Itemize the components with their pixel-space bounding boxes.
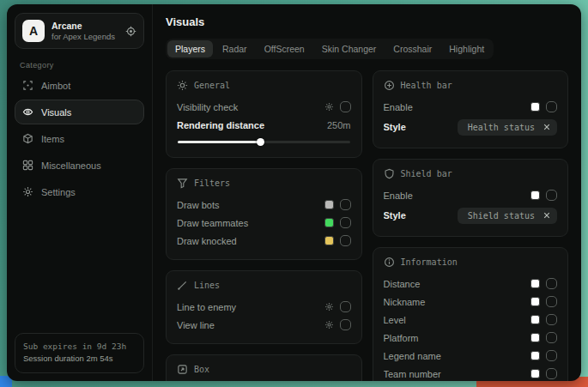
sidebar-item-label: Items bbox=[41, 134, 64, 144]
setting-row: Team number bbox=[384, 365, 558, 381]
color-swatch[interactable] bbox=[530, 315, 540, 324]
slider[interactable] bbox=[178, 136, 350, 147]
options-gear-icon[interactable] bbox=[324, 102, 334, 112]
setting-label: Rendering distance bbox=[177, 120, 321, 130]
color-swatch[interactable] bbox=[530, 333, 540, 342]
checkbox[interactable] bbox=[546, 296, 557, 307]
tab-highlight[interactable]: Highlight bbox=[441, 40, 492, 57]
sidebar-item-aimbot[interactable]: Aimbot bbox=[15, 73, 144, 98]
setting-row: Rendering distance250m bbox=[177, 116, 351, 134]
sun-icon bbox=[177, 80, 188, 91]
setting-label: Team number bbox=[384, 369, 525, 379]
checkbox[interactable] bbox=[340, 301, 351, 312]
options-gear-icon[interactable] bbox=[324, 320, 334, 330]
setting-row: Draw knocked bbox=[177, 232, 351, 250]
setting-row: Style Shield status bbox=[384, 204, 558, 227]
slider-thumb[interactable] bbox=[257, 138, 264, 146]
sidebar-item-visuals[interactable]: Visuals bbox=[15, 100, 144, 124]
cube-icon bbox=[22, 133, 33, 144]
page-title: Visuals bbox=[166, 15, 568, 28]
setting-row: Platform bbox=[384, 329, 558, 347]
setting-row: Legend name bbox=[384, 347, 558, 365]
color-swatch[interactable] bbox=[530, 297, 540, 306]
checkbox[interactable] bbox=[546, 350, 557, 361]
tab-radar[interactable]: Radar bbox=[215, 40, 255, 57]
color-swatch[interactable] bbox=[324, 200, 334, 209]
checkbox[interactable] bbox=[340, 217, 351, 228]
tab-bar: PlayersRadarOffScreenSkin ChangerCrossha… bbox=[166, 39, 494, 59]
tab-players[interactable]: Players bbox=[167, 40, 213, 57]
setting-label: Legend name bbox=[384, 351, 525, 361]
panel-box: Box EnableEnable background bbox=[166, 354, 362, 381]
checkbox[interactable] bbox=[546, 101, 557, 112]
setting-label: Draw knocked bbox=[177, 236, 318, 246]
checkbox[interactable] bbox=[546, 368, 557, 379]
options-gear-icon[interactable] bbox=[324, 302, 334, 311]
setting-row: Enable bbox=[384, 186, 558, 204]
color-swatch[interactable] bbox=[324, 218, 334, 227]
shield-icon bbox=[384, 168, 395, 179]
setting-row: Level bbox=[384, 311, 558, 329]
setting-label: Platform bbox=[384, 333, 525, 343]
checkbox[interactable] bbox=[546, 278, 557, 289]
checkbox[interactable] bbox=[340, 319, 351, 330]
category-label: Category bbox=[20, 61, 144, 70]
panel-header: Information bbox=[384, 257, 558, 268]
panel-general: General Visibility checkRendering distan… bbox=[166, 70, 362, 158]
tab-skin-changer[interactable]: Skin Changer bbox=[314, 40, 385, 57]
setting-label: Draw teammates bbox=[177, 218, 318, 228]
sidebar-nav: Aimbot Visuals Items Miscellaneous Setti… bbox=[15, 73, 144, 204]
sidebar-item-items[interactable]: Items bbox=[15, 126, 144, 151]
sidebar-item-miscellaneous[interactable]: Miscellaneous bbox=[15, 153, 144, 178]
panel-title: Lines bbox=[194, 281, 220, 290]
panel-header: General bbox=[177, 80, 351, 91]
tab-crosshair[interactable]: Crosshair bbox=[385, 40, 439, 57]
color-swatch[interactable] bbox=[530, 369, 540, 378]
close-icon[interactable] bbox=[543, 123, 550, 132]
setting-row: Line to enemy bbox=[177, 298, 351, 316]
sidebar: A Arcane for Apex Legends Category Aimbo… bbox=[7, 4, 153, 381]
right-column: Health bar EnableStyle Health status Shi… bbox=[373, 70, 569, 381]
panel-filters: Filters Draw botsDraw teammatesDraw knoc… bbox=[166, 168, 362, 260]
sidebar-item-label: Aimbot bbox=[41, 81, 70, 91]
app-window: A Arcane for Apex Legends Category Aimbo… bbox=[7, 4, 581, 381]
checkbox[interactable] bbox=[546, 314, 557, 325]
checkbox[interactable] bbox=[546, 190, 557, 201]
setting-label: Style bbox=[384, 210, 452, 221]
color-swatch[interactable] bbox=[530, 279, 540, 288]
left-column: General Visibility checkRendering distan… bbox=[166, 70, 362, 381]
style-select[interactable]: Health status bbox=[458, 119, 557, 136]
panel-header: Filters bbox=[177, 178, 351, 189]
style-select-value: Health status bbox=[468, 123, 535, 132]
setting-label: Distance bbox=[384, 279, 525, 289]
target-icon[interactable] bbox=[125, 26, 136, 37]
app-logo: A bbox=[22, 20, 45, 42]
panel-header: Lines bbox=[177, 280, 351, 291]
setting-label: Draw bots bbox=[177, 200, 318, 210]
main-content: Visuals PlayersRadarOffScreenSkin Change… bbox=[153, 4, 581, 381]
color-swatch[interactable] bbox=[530, 351, 540, 360]
setting-row: Style Health status bbox=[384, 116, 558, 138]
panel-header: Box bbox=[177, 364, 351, 375]
panel-title: Health bar bbox=[401, 81, 452, 90]
panel-title: Shield bar bbox=[401, 169, 452, 178]
color-swatch[interactable] bbox=[530, 102, 540, 112]
checkbox[interactable] bbox=[340, 101, 351, 112]
tab-offscreen[interactable]: OffScreen bbox=[257, 40, 312, 57]
checkbox[interactable] bbox=[340, 199, 351, 210]
close-icon[interactable] bbox=[543, 211, 550, 221]
sidebar-item-settings[interactable]: Settings bbox=[15, 179, 144, 204]
color-swatch[interactable] bbox=[324, 236, 334, 245]
setting-label: Nickname bbox=[384, 297, 525, 307]
panel-title: Filters bbox=[194, 178, 230, 188]
checkbox[interactable] bbox=[546, 332, 557, 343]
setting-label: Line to enemy bbox=[177, 302, 318, 312]
sub-expiry-text: Sub expires in 9d 23h bbox=[23, 341, 136, 354]
sidebar-item-label: Settings bbox=[41, 187, 76, 197]
app-subtitle: for Apex Legends bbox=[52, 32, 118, 42]
color-swatch[interactable] bbox=[530, 190, 540, 200]
checkbox[interactable] bbox=[340, 235, 351, 246]
sidebar-item-label: Miscellaneous bbox=[41, 160, 101, 171]
sidebar-item-label: Visuals bbox=[41, 107, 71, 118]
style-select[interactable]: Shield status bbox=[458, 208, 557, 224]
